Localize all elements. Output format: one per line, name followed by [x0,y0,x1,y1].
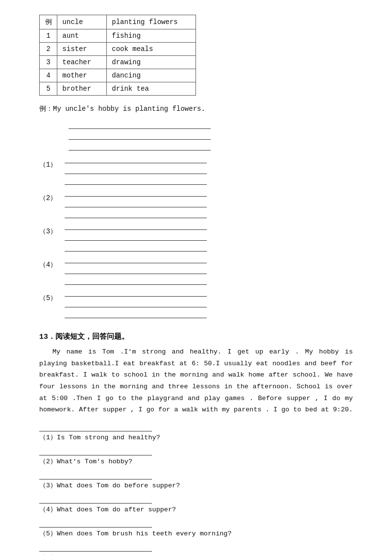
writing-line [65,230,207,241]
table-row: 5brotherdrink tea [40,82,196,96]
table-cell-hobby: fishing [107,29,196,43]
writing-line [65,263,207,274]
table-cell-person: brother [57,82,107,96]
writing-item-5: （5） [39,286,353,318]
question-text: （2）What's Tom's hobby? [39,457,353,466]
question-block-3: （3）What does Tom do before supper? [39,471,353,490]
pre-item-lines [69,118,211,151]
question-text: （6）How many lessons does Tom have in the… [39,553,353,555]
item-number-label: （5） [39,286,65,303]
question-text: （5）When does Tom brush his teeth every m… [39,529,353,538]
reading-passage: My name is Tom .I'm strong and healthy. … [39,346,353,416]
table-cell-hobby: planting flowers [107,15,196,29]
table-cell-num: 5 [40,82,57,96]
answer-lines-block [65,152,207,185]
blank-line [69,118,211,129]
table-row: 1auntfishing [40,29,196,43]
answer-line [39,519,152,528]
table-cell-num: 例 [40,15,57,29]
answer-lines-block [65,186,207,218]
example-sentence: 例：My uncle's hobby is planting flowers. [39,104,353,113]
writing-item-4: （4） [39,252,353,285]
writing-line [65,207,207,218]
table-cell-num: 4 [40,69,57,82]
table-cell-hobby: cook meals [107,43,196,56]
question-block-5: （5）When does Tom brush his teeth every m… [39,519,353,538]
writing-line [65,152,207,163]
writing-item-3: （3） [39,219,353,252]
table-row: 2sistercook meals [40,43,196,56]
question-text: （4）What does Tom do after supper? [39,505,353,514]
item-number-label: （4） [39,252,65,269]
writing-line [65,219,207,230]
answer-line [39,543,152,552]
writing-line [65,252,207,263]
writing-line [65,307,207,318]
question-block-2: （2）What's Tom's hobby? [39,447,353,466]
writing-line [65,163,207,174]
table-cell-person: uncle [57,15,107,29]
table-cell-person: teacher [57,56,107,69]
writing-line [65,286,207,297]
section13-title: 13．阅读短文，回答问题。 [39,332,353,341]
table-cell-hobby: drink tea [107,82,196,96]
table-cell-num: 3 [40,56,57,69]
table-cell-num: 2 [40,43,57,56]
answer-line [39,471,152,479]
table-cell-person: sister [57,43,107,56]
writing-line [65,174,207,185]
vocab-table: 例uncleplanting flowers1auntfishing2siste… [39,15,196,96]
table-row: 4motherdancing [40,69,196,82]
table-row: 例uncleplanting flowers [40,15,196,29]
question-text: （3）What does Tom do before supper? [39,481,353,490]
answer-lines-block [65,252,207,285]
writing-line [65,197,207,207]
writing-line [65,241,207,252]
writing-line [65,186,207,197]
table-cell-person: aunt [57,29,107,43]
answer-line [39,495,152,504]
writing-section: （1）（2）（3）（4）（5） [39,118,353,318]
blank-line [69,140,211,151]
table-row: 3teacherdrawing [40,56,196,69]
answer-line [39,423,152,431]
question-block-6: （6）How many lessons does Tom have in the… [39,543,353,555]
blank-line [69,129,211,140]
writing-item-1: （1） [39,152,353,185]
answer-lines-block [65,219,207,252]
answer-line [39,447,152,455]
question-text: （1）Is Tom strong and healthy? [39,433,353,442]
question-block-1: （1）Is Tom strong and healthy? [39,423,353,442]
answer-lines-block [65,286,207,318]
item-number-label: （1） [39,152,65,169]
table-cell-hobby: drawing [107,56,196,69]
table-cell-num: 1 [40,29,57,43]
item-number-label: （2） [39,186,65,202]
table-cell-person: mother [57,69,107,82]
writing-line [65,274,207,285]
writing-line [65,297,207,307]
table-cell-hobby: dancing [107,69,196,82]
question-block-4: （4）What does Tom do after supper? [39,495,353,514]
writing-item-2: （2） [39,186,353,218]
item-number-label: （3） [39,219,65,236]
